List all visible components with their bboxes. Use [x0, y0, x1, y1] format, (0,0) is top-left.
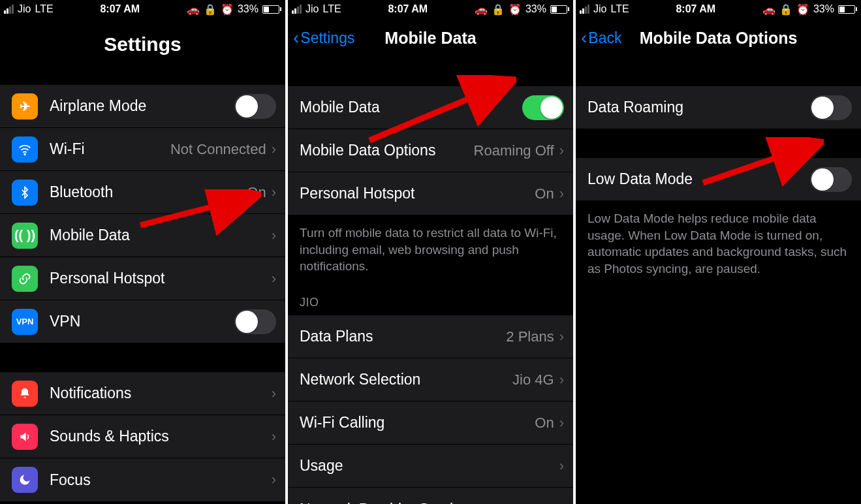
alarm-icon: ⏰	[509, 3, 522, 16]
row-personal-hotspot[interactable]: Personal Hotspot ›	[0, 257, 285, 300]
vpn-toggle[interactable]	[234, 309, 276, 334]
back-label: Back	[588, 29, 621, 47]
row-mobile-data-options[interactable]: Mobile Data Options Roaming Off ›	[288, 129, 573, 172]
speaker-icon	[12, 424, 38, 450]
screen-settings: Jio LTE 8:07 AM 🚗 🔒 ⏰ 33% Settings ✈︎ Ai…	[0, 0, 285, 504]
chevron-right-icon: ›	[272, 184, 276, 201]
svg-point-0	[24, 153, 25, 155]
orientation-lock-icon: 🔒	[492, 3, 505, 16]
row-personal-hotspot[interactable]: Personal Hotspot On ›	[288, 172, 573, 215]
vpn-icon: VPN	[12, 309, 38, 335]
row-low-data-mode[interactable]: Low Data Mode	[576, 158, 861, 201]
nav-bar: ‹ Back Mobile Data Options	[576, 18, 861, 57]
antenna-icon: (( ))	[12, 223, 38, 249]
carrier-label: Jio	[305, 3, 319, 15]
row-wifi[interactable]: Wi-Fi Not Connected ›	[0, 128, 285, 171]
car-icon: 🚗	[187, 3, 200, 16]
wifi-icon	[12, 136, 38, 163]
bell-icon	[12, 381, 38, 407]
network-label: LTE	[35, 3, 53, 15]
back-button[interactable]: ‹ Settings	[293, 29, 354, 47]
data-roaming-toggle[interactable]	[810, 95, 852, 120]
car-icon: 🚗	[762, 3, 775, 16]
status-time: 8:07 AM	[100, 3, 140, 15]
network-label: LTE	[610, 3, 629, 15]
row-bluetooth[interactable]: Bluetooth On ›	[0, 171, 285, 214]
row-network-provider-services[interactable]: Network Provider Services ›	[288, 488, 573, 504]
low-data-mode-toggle[interactable]	[810, 167, 852, 192]
battery-icon	[262, 5, 281, 14]
status-time: 8:07 AM	[676, 3, 715, 15]
chevron-right-icon: ›	[559, 185, 564, 202]
row-mobile-data-toggle[interactable]: Mobile Data	[288, 86, 573, 129]
footer-text: Low Data Mode helps reduce mobile data u…	[576, 201, 861, 283]
row-wifi-calling[interactable]: Wi-Fi Calling On ›	[288, 402, 573, 445]
battery-pct: 33%	[813, 3, 834, 15]
status-bar: Jio LTE 8:07 AM 🚗 🔒 ⏰ 33%	[288, 0, 573, 18]
battery-pct: 33%	[238, 3, 258, 15]
row-sounds-haptics[interactable]: Sounds & Haptics ›	[0, 415, 285, 458]
row-usage[interactable]: Usage ›	[288, 445, 573, 488]
chevron-right-icon: ›	[272, 227, 276, 244]
car-icon: 🚗	[475, 3, 488, 16]
carrier-label: Jio	[18, 3, 31, 15]
back-button[interactable]: ‹ Back	[581, 29, 621, 47]
back-label: Settings	[300, 29, 354, 47]
row-focus[interactable]: Focus ›	[0, 458, 285, 501]
chevron-left-icon: ‹	[581, 29, 587, 47]
status-bar: Jio LTE 8:07 AM 🚗 🔒 ⏰ 33%	[576, 0, 861, 18]
chevron-right-icon: ›	[559, 142, 564, 159]
chevron-right-icon: ›	[559, 415, 564, 432]
airplane-icon: ✈︎	[12, 93, 38, 119]
signal-icon	[292, 5, 302, 14]
chevron-right-icon: ›	[272, 270, 276, 287]
orientation-lock-icon: 🔒	[779, 3, 792, 16]
row-network-selection[interactable]: Network Selection Jio 4G ›	[288, 358, 573, 402]
chevron-left-icon: ‹	[293, 29, 299, 47]
nav-bar: ‹ Settings Mobile Data	[288, 18, 573, 57]
screen-mobile-data-options: Jio LTE 8:07 AM 🚗 🔒 ⏰ 33% ‹ Back Mobile …	[576, 0, 861, 504]
battery-icon	[550, 5, 569, 14]
chevron-right-icon: ›	[272, 141, 276, 158]
chevron-right-icon: ›	[559, 371, 564, 388]
screen-mobile-data: Jio LTE 8:07 AM 🚗 🔒 ⏰ 33% ‹ Settings Mob…	[288, 0, 573, 504]
page-title: Settings	[104, 33, 181, 55]
signal-icon	[580, 5, 589, 14]
chevron-right-icon: ›	[272, 471, 276, 488]
alarm-icon: ⏰	[221, 3, 234, 16]
footer-text: Turn off mobile data to restrict all dat…	[288, 215, 573, 280]
bluetooth-icon	[12, 180, 38, 206]
chevron-right-icon: ›	[272, 385, 276, 402]
chevron-right-icon: ›	[559, 458, 564, 475]
nav-bar: Settings	[0, 18, 285, 71]
row-mobile-data[interactable]: (( )) Mobile Data ›	[0, 214, 285, 257]
battery-icon	[838, 5, 857, 14]
orientation-lock-icon: 🔒	[204, 3, 217, 16]
page-title: Mobile Data Options	[640, 29, 798, 48]
row-data-roaming[interactable]: Data Roaming	[576, 86, 861, 129]
link-icon	[12, 266, 38, 292]
row-notifications[interactable]: Notifications ›	[0, 372, 285, 415]
mobile-data-toggle[interactable]	[522, 95, 564, 120]
battery-pct: 33%	[525, 3, 546, 15]
carrier-label: Jio	[593, 3, 606, 15]
signal-icon	[4, 5, 14, 14]
chevron-right-icon: ›	[559, 328, 564, 345]
row-data-plans[interactable]: Data Plans 2 Plans ›	[288, 315, 573, 358]
status-time: 8:07 AM	[388, 3, 428, 15]
network-label: LTE	[322, 3, 341, 15]
moon-icon	[12, 467, 38, 493]
status-bar: Jio LTE 8:07 AM 🚗 🔒 ⏰ 33%	[0, 0, 285, 18]
section-header-jio: JIO	[288, 280, 573, 315]
chevron-right-icon: ›	[559, 501, 564, 504]
page-title: Mobile Data	[384, 29, 476, 48]
alarm-icon: ⏰	[796, 3, 809, 16]
chevron-right-icon: ›	[272, 428, 276, 445]
airplane-toggle[interactable]	[234, 94, 276, 119]
row-airplane-mode[interactable]: ✈︎ Airplane Mode	[0, 85, 285, 128]
row-vpn[interactable]: VPN VPN	[0, 300, 285, 343]
